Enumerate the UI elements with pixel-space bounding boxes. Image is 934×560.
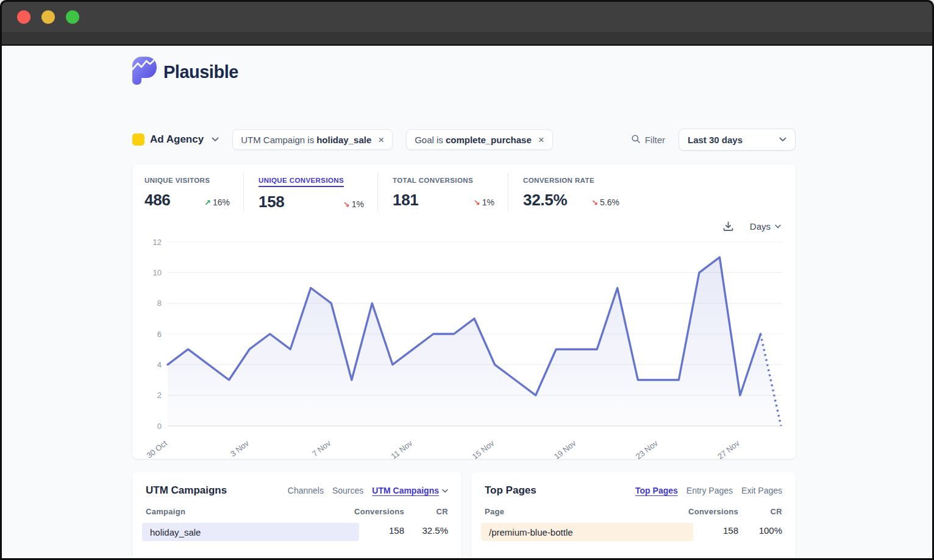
svg-text:19 Nov: 19 Nov bbox=[552, 438, 578, 461]
brand-wordmark: Plausible bbox=[163, 62, 238, 82]
page-content: Plausible Ad Agency UTM Campaign is holi… bbox=[2, 46, 932, 558]
tab-utm-campaigns[interactable]: UTM Campaigns bbox=[372, 486, 448, 495]
stat-value: 486 bbox=[144, 191, 170, 210]
chip-value: complete_purchase bbox=[446, 135, 532, 145]
svg-text:10: 10 bbox=[153, 268, 162, 277]
stat-change: ↗16% bbox=[204, 197, 230, 207]
conversions-chart: 02468101230 Oct3 Nov7 Nov11 Nov15 Nov19 … bbox=[146, 236, 782, 464]
top-stats: UNIQUE VISITORS 486 ↗16% UNIQUE CONVERSI… bbox=[144, 173, 783, 211]
chip-prefix: UTM Campaign is bbox=[241, 135, 314, 145]
svg-text:2: 2 bbox=[157, 391, 162, 400]
svg-text:11 Nov: 11 Nov bbox=[389, 438, 414, 461]
close-window-button[interactable] bbox=[17, 10, 30, 24]
trend-arrow-icon: ↘ bbox=[591, 198, 598, 207]
browser-toolbar bbox=[2, 32, 932, 46]
plausible-logo-link[interactable]: Plausible bbox=[132, 46, 796, 87]
plausible-logo-icon bbox=[132, 57, 157, 87]
utm-campaigns-card: UTM Campaigns Channels Sources UTM Campa… bbox=[132, 472, 462, 558]
tab-top-pages[interactable]: Top Pages bbox=[635, 486, 678, 495]
filter-button-label: Filter bbox=[645, 135, 665, 145]
row-cr: 100% bbox=[738, 525, 782, 536]
interval-picker[interactable]: Days bbox=[750, 221, 781, 232]
top-pages-card: Top Pages Top Pages Entry Pages Exit Pag… bbox=[471, 472, 796, 558]
svg-text:6: 6 bbox=[157, 330, 162, 339]
window-titlebar bbox=[2, 2, 932, 32]
site-favicon bbox=[132, 133, 144, 146]
stat-change: ↘1% bbox=[474, 197, 494, 207]
interval-label: Days bbox=[750, 221, 771, 232]
chip-value: holiday_sale bbox=[316, 135, 371, 145]
chart-controls: Days bbox=[144, 219, 783, 233]
stat-value: 32.5% bbox=[523, 191, 567, 210]
svg-text:15 Nov: 15 Nov bbox=[471, 438, 496, 461]
tab-entry-pages[interactable]: Entry Pages bbox=[686, 486, 733, 495]
stat-label: UNIQUE VISITORS bbox=[144, 177, 210, 184]
svg-text:7 Nov: 7 Nov bbox=[310, 438, 332, 458]
stat-label: TOTAL CONVERSIONS bbox=[393, 177, 473, 184]
row-cr: 32.5% bbox=[404, 525, 448, 536]
page-path: /premium-blue-bottle bbox=[489, 527, 573, 537]
svg-text:12: 12 bbox=[153, 238, 162, 247]
stat-value: 181 bbox=[393, 191, 418, 210]
remove-filter-icon[interactable]: × bbox=[378, 135, 384, 145]
svg-text:30 Oct: 30 Oct bbox=[146, 438, 169, 460]
chevron-down-icon bbox=[442, 489, 448, 493]
analytics-card: UNIQUE VISITORS 486 ↗16% UNIQUE CONVERSI… bbox=[132, 165, 796, 459]
pages-card-tabs: Top Pages Entry Pages Exit Pages bbox=[635, 486, 782, 495]
table-row[interactable]: /premium-blue-bottle 158 100% bbox=[485, 523, 782, 541]
tab-sources[interactable]: Sources bbox=[332, 486, 363, 495]
utm-card-tabs: Channels Sources UTM Campaigns bbox=[288, 486, 448, 495]
download-icon[interactable] bbox=[722, 221, 734, 232]
filter-chip-utm-campaign[interactable]: UTM Campaign is holiday_sale × bbox=[232, 129, 393, 150]
site-picker[interactable]: Ad Agency bbox=[132, 133, 219, 146]
stat-value: 158 bbox=[258, 193, 284, 211]
remove-filter-icon[interactable]: × bbox=[538, 135, 544, 145]
minimize-window-button[interactable] bbox=[41, 10, 55, 24]
svg-text:27 Nov: 27 Nov bbox=[716, 438, 741, 461]
stat-label: CONVERSION RATE bbox=[523, 177, 594, 184]
campaign-name: holiday_sale bbox=[150, 527, 201, 537]
svg-text:8: 8 bbox=[157, 299, 162, 308]
stat-total-conversions[interactable]: TOTAL CONVERSIONS 181 ↘1% bbox=[393, 173, 508, 211]
stat-change: ↘1% bbox=[343, 199, 364, 209]
row-bar: holiday_sale bbox=[142, 523, 359, 541]
stat-change: ↘5.6% bbox=[591, 197, 619, 207]
filter-bar: Ad Agency UTM Campaign is holiday_sale ×… bbox=[132, 129, 796, 151]
card-title: Top Pages bbox=[485, 484, 537, 497]
trend-arrow-icon: ↘ bbox=[343, 200, 350, 209]
tab-channels[interactable]: Channels bbox=[288, 486, 324, 495]
card-title: UTM Campaigns bbox=[146, 484, 227, 497]
filter-chip-goal[interactable]: Goal is complete_purchase × bbox=[406, 129, 553, 150]
svg-text:23 Nov: 23 Nov bbox=[634, 438, 660, 461]
stat-label: UNIQUE CONVERSIONS bbox=[258, 177, 344, 187]
trend-arrow-icon: ↘ bbox=[474, 198, 480, 207]
stat-conversion-rate[interactable]: CONVERSION RATE 32.5% ↘5.6% bbox=[523, 173, 633, 211]
svg-text:4: 4 bbox=[157, 360, 162, 369]
zoom-window-button[interactable] bbox=[66, 10, 79, 24]
chart-area[interactable]: 02468101230 Oct3 Nov7 Nov11 Nov15 Nov19 … bbox=[144, 236, 783, 467]
app-window: Plausible Ad Agency UTM Campaign is holi… bbox=[0, 0, 934, 560]
chevron-down-icon bbox=[212, 137, 219, 142]
filter-button[interactable]: Filter bbox=[631, 134, 665, 146]
date-range-value: Last 30 days bbox=[688, 135, 743, 145]
table-header: Page Conversions CR bbox=[485, 507, 782, 516]
chevron-down-icon bbox=[779, 137, 786, 142]
chip-prefix: Goal is bbox=[415, 135, 443, 145]
date-range-picker[interactable]: Last 30 days bbox=[679, 129, 796, 151]
site-name: Ad Agency bbox=[150, 133, 204, 146]
trend-arrow-icon: ↗ bbox=[204, 198, 211, 207]
tab-exit-pages[interactable]: Exit Pages bbox=[741, 486, 782, 495]
svg-text:0: 0 bbox=[157, 422, 162, 431]
search-icon bbox=[631, 134, 641, 146]
stat-unique-visitors[interactable]: UNIQUE VISITORS 486 ↗16% bbox=[144, 173, 244, 211]
stat-unique-conversions[interactable]: UNIQUE CONVERSIONS 158 ↘1% bbox=[258, 173, 378, 211]
table-row[interactable]: holiday_sale 158 32.5% bbox=[146, 523, 448, 541]
svg-text:3 Nov: 3 Nov bbox=[229, 438, 251, 458]
row-bar: /premium-blue-bottle bbox=[481, 523, 693, 541]
table-header: Campaign Conversions CR bbox=[146, 507, 448, 516]
